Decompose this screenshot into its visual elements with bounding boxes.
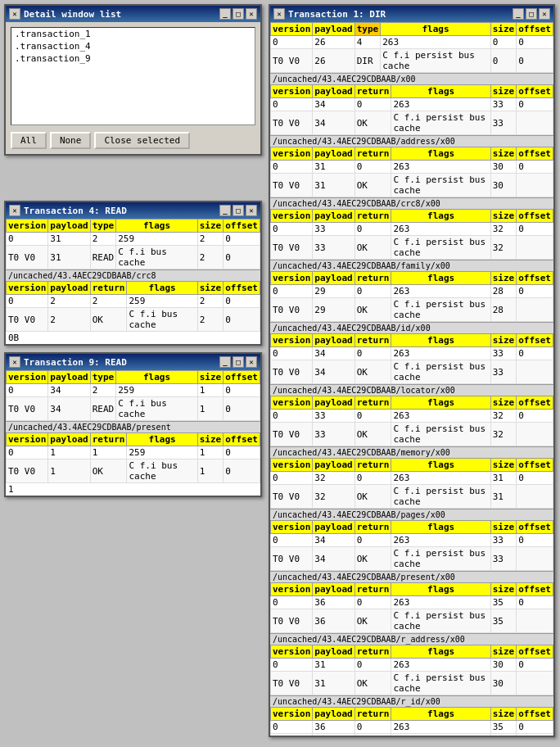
cell-type: 0 [355,721,391,734]
cell-size: 33 [490,547,517,571]
col-size: size [490,583,517,596]
cell-size: 33 [490,347,517,360]
cell-flags: 263 [391,98,490,111]
cell-version: T0 V0 [7,246,48,269]
cell-offset: 0 [224,384,260,397]
col-offset: offset [517,396,553,410]
trans9-minimize-btn[interactable]: _ [219,356,231,368]
cell-size: 1 [197,384,224,397]
col-version: version [271,459,313,472]
detail-close-btn[interactable]: ✕ [9,8,20,20]
detail-close-btn2[interactable]: ✕ [246,8,257,20]
trans9-close-btn2[interactable]: ✕ [246,356,257,368]
cell-flags: C f.i persist bus cache [391,236,490,260]
table-row: 0340263330 [271,534,553,547]
cell-payload: 33 [313,223,355,236]
trans1-title-bar[interactable]: ✕ Transaction 1: DIR _ □ ✕ [270,6,553,22]
cell-type: 0 [355,410,391,423]
cell-offset [517,734,553,736]
trans1-close-btn2[interactable]: ✕ [539,8,550,20]
table-row: T0 V034OKC f.i persist bus cache33 [271,360,553,384]
col-payload: payload [313,459,355,472]
trans1-maximize-btn[interactable]: □ [526,8,537,20]
col-payload: payload [313,583,355,596]
col-flags: flags [391,583,490,596]
all-button[interactable]: All [11,132,47,149]
col-offset: offset [224,282,260,295]
trans4-result: 0B [6,332,260,344]
col-version: version [271,396,313,410]
trans9-close-btn[interactable]: ✕ [9,356,20,368]
list-item[interactable]: .transaction_1 [11,28,255,40]
cell-offset: 0 [224,446,260,460]
cell-size: 1 [197,460,224,483]
cell-version: 0 [7,446,48,460]
cell-type: OK [355,672,391,695]
section-table: versionpayloadreturnflagssizeoffset03402… [270,84,553,135]
detail-maximize-btn[interactable]: □ [233,8,244,20]
cell-version: 0 [7,384,48,397]
list-item[interactable]: .transaction_4 [11,40,255,52]
table-row: T0 V033OKC f.i persist bus cache32 [271,236,553,260]
cell-offset: 0 [224,460,260,483]
table-row: 0 1 1 259 1 0 [7,446,260,460]
col-flags: flags [391,459,490,472]
cell-type: OK [355,547,391,571]
trans4-title-bar[interactable]: ✕ Transaction 4: READ _ □ ✕ [6,202,260,219]
col-version: version [271,583,313,596]
cell-payload: 31 [313,672,355,695]
col-return: return [90,282,127,295]
section-table: versionpayloadreturnflagssizeoffset03302… [270,396,553,446]
cell-flags: C f.i persist bus cache [391,111,490,135]
cell-size: 32 [490,410,517,423]
trans9-title-bar[interactable]: ✕ Transaction 9: READ _ □ ✕ [6,354,260,370]
section-table: versionpayloadreturnflagssizeoffset03102… [270,645,553,695]
col-size: size [490,459,517,472]
trans9-title: Transaction 9: READ [24,357,127,368]
cell-version: 0 [271,223,313,236]
cell-type: OK [355,423,391,446]
cell-type: 0 [355,472,391,485]
trans9-maximize-btn[interactable]: □ [233,356,244,368]
col-payload: payload [48,433,90,446]
trans9-content: version payload type flags size offset 0… [6,370,260,496]
col-type: type [90,220,116,233]
col-offset: offset [517,272,553,285]
trans1-title: Transaction 1: DIR [288,9,386,20]
cell-size: 1 [197,446,224,460]
cell: 0 [517,49,553,73]
trans4-close-btn2[interactable]: ✕ [246,205,257,216]
col-flags: flags [127,282,197,295]
trans4-maximize-btn[interactable]: □ [233,205,244,216]
col-size: size [490,708,517,721]
trans4-sub-table: version payload return flags size offset… [6,281,260,332]
cell-size: 30 [490,672,517,695]
trans1-minimize-btn[interactable]: _ [513,8,524,20]
table-row: 0310263300 [271,161,553,174]
col-flags: flags [391,85,490,98]
trans9-sub-table: version payload return flags size offset… [6,432,260,483]
trans1-close-btn[interactable]: ✕ [273,8,285,20]
cell-flags: 259 [116,233,198,246]
cell-version: T0 V0 [271,485,313,509]
col-size: size [197,433,224,446]
detail-title-bar[interactable]: ✕ Detail window list _ □ ✕ [6,6,260,22]
cell-payload: 1 [48,446,90,460]
cell-version: 0 [271,596,313,609]
cell-type: OK [355,111,391,135]
detail-minimize-btn[interactable]: _ [219,8,231,20]
trans4-minimize-btn[interactable]: _ [219,205,231,216]
col-offset: offset [517,708,553,721]
cell-flags: 263 [391,472,490,485]
col-payload: payload [48,371,90,384]
none-button[interactable]: None [50,132,92,149]
cell-flags: C f.i persist bus cache [391,485,490,509]
table-row: 0310263300 [271,659,553,672]
close-selected-button[interactable]: Close selected [94,132,190,149]
list-item[interactable]: .transaction_9 [11,52,255,65]
section-path: /uncached/43.4AEC29CDBAAB/locator/x00 [270,384,553,396]
trans4-close-btn[interactable]: ✕ [9,205,20,216]
cell-version: T0 V0 [271,734,313,736]
cell-payload: 36 [313,721,355,734]
transaction-list[interactable]: .transaction_1 .transaction_4 .transacti… [11,27,255,125]
